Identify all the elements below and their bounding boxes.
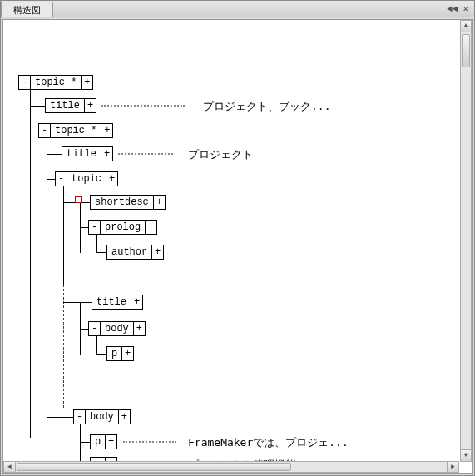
insert-button[interactable]: +	[152, 245, 164, 260]
tree-line	[63, 178, 64, 285]
node-topic[interactable]: - topic * +	[38, 123, 113, 138]
element-label[interactable]: topic *	[30, 75, 82, 90]
tree-line	[96, 252, 106, 253]
insert-button[interactable]: +	[122, 346, 134, 361]
content-dots	[101, 105, 185, 107]
node-body[interactable]: - body +	[88, 321, 146, 336]
insert-button[interactable]: +	[106, 434, 117, 449]
content-area: - topic * + title + プロジェクト、ブック... - topi…	[1, 17, 474, 475]
insert-button[interactable]: +	[85, 98, 96, 113]
tree-line-dashed	[63, 285, 64, 408]
node-p[interactable]: p +	[106, 346, 134, 361]
element-label[interactable]: body	[85, 409, 119, 424]
collapse-toggle[interactable]: -	[55, 171, 67, 186]
scroll-down-button[interactable]: ▼	[461, 449, 471, 461]
titlebar: 構造図 ◄◄ ✕	[1, 1, 474, 17]
insert-button[interactable]: +	[119, 409, 131, 424]
titlebar-controls: ◄◄ ✕	[444, 3, 474, 14]
tree-line	[96, 354, 106, 355]
tree-line	[30, 82, 31, 438]
element-label[interactable]: author	[106, 245, 152, 260]
content-dots	[123, 441, 176, 443]
insert-button[interactable]: +	[82, 75, 93, 90]
collapse-toggle[interactable]: -	[18, 75, 30, 90]
element-label[interactable]: topic *	[50, 123, 101, 138]
element-label[interactable]: title	[92, 295, 131, 310]
collapse-toggle[interactable]: -	[38, 123, 50, 138]
element-label[interactable]: title	[62, 146, 101, 161]
insert-button[interactable]: +	[131, 295, 143, 310]
horizontal-scrollbar[interactable]: ◄ ►	[3, 461, 459, 473]
element-label[interactable]: p	[90, 434, 106, 449]
element-label[interactable]: body	[100, 321, 134, 336]
element-label[interactable]: topic	[67, 171, 106, 186]
tree-line	[47, 154, 62, 155]
scroll-left-button[interactable]: ◄	[4, 462, 16, 472]
scroll-right-button[interactable]: ►	[447, 462, 458, 472]
collapse-toggle[interactable]: -	[88, 321, 100, 336]
validation-marker-icon[interactable]	[75, 196, 82, 203]
content-text: プロジェクト	[188, 147, 253, 162]
node-author[interactable]: author +	[106, 245, 164, 260]
node-title[interactable]: title +	[62, 146, 113, 161]
node-prolog[interactable]: - prolog +	[88, 220, 157, 235]
insert-button[interactable]: +	[106, 171, 118, 186]
node-body[interactable]: - body +	[73, 409, 131, 424]
collapse-toggle[interactable]: -	[73, 409, 85, 424]
tree-line	[80, 442, 90, 443]
panel-tab[interactable]: 構造図	[1, 2, 53, 18]
node-topic[interactable]: - topic * +	[18, 75, 93, 90]
element-label[interactable]: shortdesc	[90, 195, 154, 210]
structure-panel: 構造図 ◄◄ ✕	[0, 0, 475, 476]
insert-button[interactable]: +	[134, 321, 146, 336]
node-title[interactable]: title +	[45, 98, 96, 113]
element-label[interactable]: p	[106, 346, 122, 361]
tree-line	[63, 302, 92, 303]
tree-line	[30, 106, 45, 107]
tree-canvas[interactable]: - topic * + title + プロジェクト、ブック... - topi…	[2, 19, 473, 474]
content-text: プロジェクト、ブック...	[203, 99, 330, 114]
structure-tree: - topic * + title + プロジェクト、ブック... - topi…	[3, 20, 472, 473]
collapse-toggle[interactable]: -	[88, 220, 100, 235]
node-title[interactable]: title +	[92, 295, 143, 310]
element-label[interactable]: prolog	[100, 220, 146, 235]
insert-button[interactable]: +	[146, 220, 157, 235]
tree-line	[47, 130, 47, 429]
content-dots	[118, 153, 173, 155]
insert-button[interactable]: +	[101, 123, 113, 138]
content-text: FrameMakerでは、プロジェ...	[188, 435, 349, 450]
collapse-button[interactable]: ◄◄	[444, 4, 460, 14]
scroll-thumb[interactable]	[462, 34, 470, 67]
scroll-thumb[interactable]	[17, 463, 291, 471]
insert-button[interactable]: +	[101, 146, 113, 161]
node-topic[interactable]: - topic +	[55, 171, 118, 186]
tree-line	[47, 417, 75, 418]
insert-button[interactable]: +	[154, 195, 166, 210]
element-label[interactable]: title	[45, 98, 85, 113]
node-shortdesc[interactable]: shortdesc +	[90, 195, 166, 210]
node-p[interactable]: p +	[90, 434, 117, 449]
scroll-up-button[interactable]: ▲	[461, 21, 471, 32]
vertical-scrollbar[interactable]: ▲ ▼	[460, 20, 472, 462]
close-button[interactable]: ✕	[460, 3, 471, 14]
